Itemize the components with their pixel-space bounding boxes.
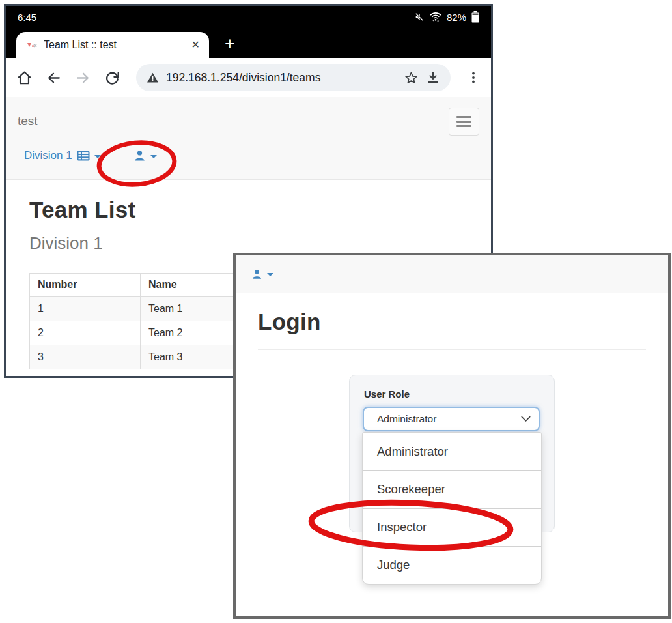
role-options-dropdown: Administrator Scorekeeper Inspector Judg…: [362, 432, 542, 585]
column-header-number: Number: [30, 274, 141, 297]
wifi-icon: [430, 12, 441, 22]
divider: [258, 349, 646, 350]
chevron-down-icon: [267, 273, 273, 276]
site-warning-icon[interactable]: [147, 72, 159, 83]
favicon-icon: [27, 40, 37, 50]
page-title: Team List: [29, 197, 468, 223]
home-icon[interactable]: [16, 70, 33, 86]
division-dropdown[interactable]: Division 1: [24, 149, 101, 162]
user-icon: [133, 149, 146, 162]
select-chevron-icon: [521, 416, 531, 422]
site-navbar: test Division 1: [6, 97, 491, 180]
url-text: 192.168.1.254/division1/teams: [166, 71, 397, 85]
android-status-bar: 6:45 82%: [6, 6, 491, 28]
team-number: 2: [30, 321, 141, 345]
login-navbar: [236, 255, 668, 293]
user-role-label: User Role: [364, 388, 554, 399]
list-table-icon: [77, 151, 90, 161]
option-scorekeeper[interactable]: Scorekeeper: [363, 470, 541, 508]
page-subtitle: Division 1: [29, 233, 468, 254]
user-menu-dropdown[interactable]: [251, 268, 273, 280]
team-number: 3: [30, 345, 141, 369]
browser-tab-strip: Team List :: test ✕ +: [6, 28, 491, 58]
user-role-select[interactable]: Administrator: [363, 407, 540, 431]
option-inspector[interactable]: Inspector: [363, 508, 541, 546]
browser-toolbar: 192.168.1.254/division1/teams: [6, 58, 491, 97]
active-tab[interactable]: Team List :: test ✕: [16, 32, 209, 58]
bookmark-star-icon[interactable]: [404, 70, 419, 85]
download-icon[interactable]: [426, 70, 440, 85]
selected-role-value: Administrator: [377, 413, 521, 425]
battery-percent: 82%: [447, 12, 466, 23]
status-time: 6:45: [18, 12, 36, 23]
browser-menu-icon[interactable]: [466, 70, 481, 85]
site-brand[interactable]: test: [18, 114, 38, 128]
composite-canvas: 6:45 82% Team List :: test ✕: [0, 0, 672, 623]
navbar-toggle-button[interactable]: [449, 108, 479, 136]
option-administrator[interactable]: Administrator: [363, 433, 541, 470]
user-menu-dropdown[interactable]: [133, 149, 157, 162]
login-screenshot: Login User Role Administrator Administra…: [233, 253, 671, 619]
chevron-down-icon: [94, 155, 101, 158]
mute-icon: [414, 12, 425, 22]
forward-icon[interactable]: [75, 70, 91, 86]
team-number: 1: [30, 297, 141, 321]
url-bar[interactable]: 192.168.1.254/division1/teams: [136, 64, 451, 91]
user-icon: [251, 268, 262, 280]
tab-title: Team List :: test: [44, 39, 185, 51]
chevron-down-icon: [150, 155, 157, 158]
battery-icon: [471, 11, 479, 23]
login-content: Login: [236, 309, 668, 350]
reload-icon[interactable]: [104, 70, 120, 86]
login-title: Login: [258, 309, 646, 335]
tab-close-icon[interactable]: ✕: [191, 40, 200, 50]
division-link-label: Division 1: [24, 149, 72, 162]
option-judge[interactable]: Judge: [363, 546, 541, 584]
new-tab-button[interactable]: +: [225, 35, 235, 53]
back-icon[interactable]: [46, 70, 62, 86]
